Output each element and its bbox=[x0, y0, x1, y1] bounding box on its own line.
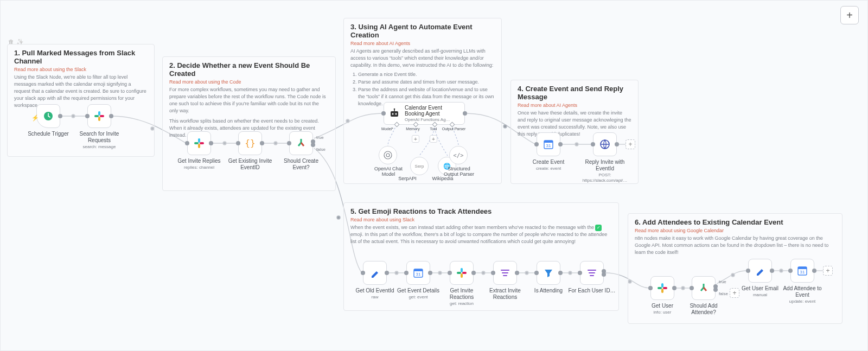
svg-rect-24 bbox=[198, 144, 200, 148]
node-old-eventid[interactable] bbox=[363, 261, 387, 285]
node-ai-agent[interactable]: Calendar Event Booking AgentOpenAI Funct… bbox=[384, 102, 465, 125]
svg-rect-27 bbox=[391, 111, 398, 117]
end-chain-2[interactable]: + bbox=[823, 266, 833, 276]
group-4-link[interactable]: Read more about AI Agents bbox=[518, 103, 631, 108]
svg-rect-51 bbox=[798, 267, 807, 269]
group-3-desc: AI Agents are generally described as sel… bbox=[350, 48, 495, 107]
svg-rect-46 bbox=[661, 283, 663, 288]
svg-point-5 bbox=[337, 216, 340, 219]
node-foreach-user[interactable] bbox=[580, 261, 604, 285]
branch-icon bbox=[698, 282, 710, 294]
node-should-create[interactable] bbox=[289, 131, 313, 155]
svg-point-32 bbox=[384, 151, 392, 159]
clock-icon bbox=[43, 111, 54, 122]
slack-icon bbox=[194, 138, 205, 149]
add-node-button[interactable]: + bbox=[840, 6, 859, 24]
node-get-user-email[interactable] bbox=[748, 259, 772, 283]
svg-rect-23 bbox=[194, 142, 199, 144]
svg-rect-44 bbox=[461, 273, 463, 278]
agent-memory-add[interactable]: + bbox=[412, 135, 419, 143]
funnel-icon bbox=[543, 267, 554, 278]
node-get-user[interactable] bbox=[650, 276, 674, 300]
group-4-title: 4. Create Event and Send Reply Message bbox=[518, 85, 631, 101]
node-is-attending[interactable] bbox=[537, 261, 560, 285]
group-2-link[interactable]: Read more about using the Code bbox=[169, 79, 329, 85]
code-icon: {} bbox=[244, 137, 256, 149]
group-5-title: 5. Get Emoji Reactions to Track Attendee… bbox=[350, 207, 612, 215]
svg-rect-45 bbox=[462, 272, 467, 274]
svg-rect-20 bbox=[98, 117, 100, 121]
pencil-icon bbox=[755, 265, 765, 276]
slack-icon bbox=[94, 111, 105, 122]
svg-point-33 bbox=[386, 154, 390, 157]
node-extract-reactions[interactable] bbox=[493, 261, 517, 285]
svg-rect-42 bbox=[461, 268, 463, 272]
svg-rect-47 bbox=[658, 287, 662, 289]
node-search-invite-label: Search for Invite Requests search: messa… bbox=[75, 131, 124, 150]
node-schedule-label: Schedule Trigger bbox=[24, 131, 73, 137]
group-5-link[interactable]: Read more about using Slack bbox=[350, 217, 612, 222]
sub-parser-label: Structured Output Parser bbox=[440, 166, 478, 177]
node-get-replies[interactable] bbox=[187, 131, 211, 155]
workflow-canvas[interactable]: 🗑✨ + bbox=[0, 0, 868, 351]
gcal-icon: 31 bbox=[413, 267, 424, 278]
agent-tool-add[interactable]: + bbox=[430, 135, 437, 143]
group-6-title: 6. Add Attendees to Existing Calendar Ev… bbox=[635, 218, 835, 226]
svg-rect-19 bbox=[94, 115, 99, 117]
svg-rect-22 bbox=[198, 138, 200, 143]
node-search-invite[interactable] bbox=[87, 104, 111, 128]
robot-icon bbox=[388, 107, 400, 119]
sub-openai-label: OpenAI Chat Model bbox=[369, 166, 407, 177]
openai-icon bbox=[383, 150, 393, 160]
svg-text:31: 31 bbox=[546, 143, 551, 148]
node-add-attendee[interactable]: 31 bbox=[790, 259, 814, 283]
gcal-icon: 31 bbox=[543, 139, 554, 150]
svg-rect-18 bbox=[98, 111, 100, 116]
svg-text:</>: </> bbox=[454, 152, 463, 159]
group-6-desc: n8n nodes make it easy to work with Goog… bbox=[635, 235, 835, 256]
group-3-link[interactable]: Read more about AI Agents bbox=[350, 41, 495, 46]
svg-rect-49 bbox=[663, 287, 667, 289]
slack-icon bbox=[657, 283, 668, 293]
svg-point-29 bbox=[395, 113, 397, 115]
node-should-add[interactable] bbox=[692, 276, 716, 300]
check-emoji-badge: ✓ bbox=[595, 225, 602, 231]
sub-serpapi[interactable]: Serp bbox=[410, 157, 429, 175]
node-get-existing-label: Get Existing Invite EventID bbox=[226, 158, 275, 171]
svg-rect-43 bbox=[457, 272, 461, 274]
group-1-desc: Using the Slack Node, we're able to filt… bbox=[14, 74, 148, 109]
serp-icon: Serp bbox=[415, 164, 424, 169]
end-chain-1[interactable]: + bbox=[626, 139, 635, 149]
svg-point-6 bbox=[503, 125, 507, 128]
node-event-details[interactable]: 31 bbox=[406, 261, 430, 285]
svg-rect-21 bbox=[100, 115, 104, 117]
node-get-reactions[interactable] bbox=[450, 261, 474, 285]
parser-icon: </> bbox=[454, 150, 463, 160]
svg-text:31: 31 bbox=[800, 270, 805, 275]
node-create-event[interactable]: 31 bbox=[537, 132, 560, 156]
list-filter-icon bbox=[500, 267, 510, 278]
svg-rect-36 bbox=[544, 141, 553, 143]
group-6-link[interactable]: Read more about using Google Calendar bbox=[635, 228, 835, 233]
gcal-icon: 31 bbox=[797, 265, 808, 276]
svg-point-31 bbox=[394, 109, 395, 110]
group-1-link[interactable]: Read more about using the Slack bbox=[14, 67, 148, 72]
node-create-event-label: Create Eventcreate: event bbox=[524, 159, 573, 171]
slack-icon bbox=[456, 267, 467, 278]
sub-serpapi-label: SerpAPI bbox=[391, 176, 424, 181]
group-3-title: 3. Using AI Agent to Automate Event Crea… bbox=[350, 23, 495, 39]
svg-text:{}: {} bbox=[245, 138, 255, 148]
group-2-title: 2. Decide Whether a new Event Should Be … bbox=[169, 61, 329, 78]
pencil-icon bbox=[369, 267, 380, 278]
node-get-existing[interactable]: {} bbox=[238, 131, 262, 155]
node-schedule-trigger[interactable]: ⚡ bbox=[36, 104, 60, 128]
sub-openai-model[interactable] bbox=[379, 146, 397, 164]
group-5-desc: When the event exists, we can instead st… bbox=[350, 224, 612, 245]
node-reply-label: Reply Invite with EventIdPOST: https://s… bbox=[580, 159, 629, 183]
svg-text:31: 31 bbox=[416, 272, 421, 277]
list-filter-icon bbox=[586, 267, 597, 278]
svg-rect-48 bbox=[661, 289, 663, 293]
svg-rect-25 bbox=[200, 142, 204, 144]
sub-parser[interactable]: </> bbox=[449, 146, 468, 164]
node-reply[interactable] bbox=[593, 132, 617, 156]
